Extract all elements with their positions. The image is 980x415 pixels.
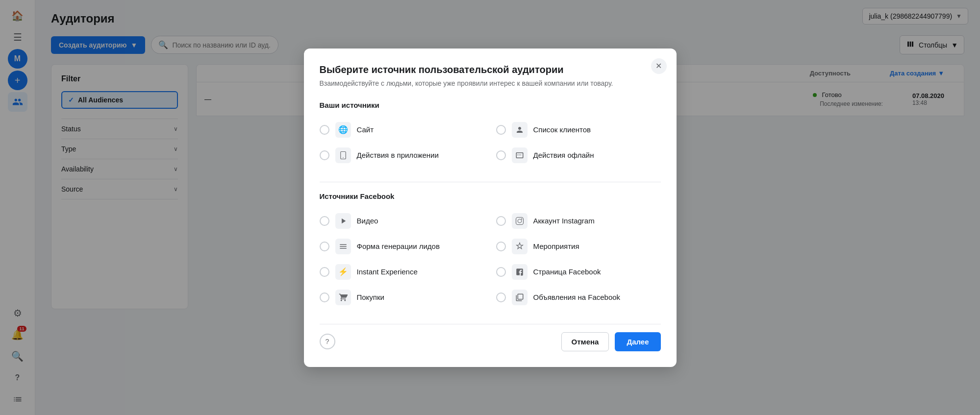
radio-video[interactable] (320, 216, 329, 226)
modal: ✕ Выберите источник пользовательской ауд… (304, 49, 677, 367)
svg-point-1 (343, 157, 344, 158)
option-ads[interactable]: Объявления на Facebook (496, 285, 661, 310)
cancel-button[interactable]: Отмена (561, 332, 609, 351)
radio-facebook-page[interactable] (496, 267, 506, 277)
radio-instagram[interactable] (496, 216, 506, 226)
radio-instant[interactable] (320, 267, 329, 277)
option-instant[interactable]: ⚡ Instant Experience (320, 259, 484, 285)
facebook-sources-label: Источники Facebook (320, 192, 661, 200)
events-label: Мероприятия (533, 242, 579, 250)
ads-label: Объявления на Facebook (533, 293, 621, 301)
video-icon (335, 213, 351, 229)
modal-close-button[interactable]: ✕ (651, 58, 667, 74)
radio-events[interactable] (496, 242, 506, 251)
instagram-icon (512, 213, 528, 229)
option-facebook-page[interactable]: Страница Facebook (496, 259, 661, 285)
radio-lead[interactable] (320, 242, 329, 251)
option-shop[interactable]: Покупки (320, 285, 484, 310)
lead-icon (335, 239, 351, 254)
radio-shop[interactable] (320, 293, 329, 302)
video-label: Видео (357, 217, 378, 225)
option-lead[interactable]: Форма генерации лидов (320, 234, 484, 259)
facebook-page-icon (512, 264, 528, 280)
svg-rect-2 (516, 217, 523, 224)
instagram-label: Аккаунт Instagram (533, 217, 595, 225)
help-icon-button[interactable]: ? (320, 334, 335, 349)
footer-buttons: Отмена Далее (561, 332, 661, 351)
radio-app[interactable] (320, 150, 329, 160)
your-sources-label: Ваши источники (320, 101, 661, 109)
radio-ads[interactable] (496, 293, 506, 302)
your-sources-grid: 🌐 Сайт Список клиентов Действия в прилож… (320, 117, 661, 168)
svg-point-3 (518, 219, 522, 223)
option-instagram[interactable]: Аккаунт Instagram (496, 208, 661, 234)
events-icon (512, 239, 528, 254)
clients-label: Список клиентов (533, 125, 591, 134)
radio-offline[interactable] (496, 150, 506, 160)
next-button[interactable]: Далее (615, 332, 660, 351)
instant-label: Instant Experience (357, 268, 418, 276)
ads-icon (512, 290, 528, 305)
facebook-sources-grid: Видео Аккаунт Instagram Форма генерации … (320, 208, 661, 310)
clients-icon (512, 122, 528, 138)
instant-icon: ⚡ (335, 264, 351, 280)
offline-icon (512, 147, 528, 163)
radio-site[interactable] (320, 125, 329, 135)
option-app[interactable]: Действия в приложении (320, 143, 484, 168)
option-events[interactable]: Мероприятия (496, 234, 661, 259)
option-site[interactable]: 🌐 Сайт (320, 117, 484, 143)
modal-subtitle: Взаимодействуйте с людьми, которые уже п… (320, 79, 661, 87)
svg-point-4 (521, 218, 522, 219)
offline-label: Действия офлайн (533, 151, 594, 159)
radio-clients[interactable] (496, 125, 506, 135)
option-clients[interactable]: Список клиентов (496, 117, 661, 143)
divider (320, 182, 661, 182)
app-label: Действия в приложении (357, 151, 439, 159)
lead-label: Форма генерации лидов (357, 242, 440, 250)
site-icon: 🌐 (335, 122, 351, 138)
option-offline[interactable]: Действия офлайн (496, 143, 661, 168)
modal-title: Выберите источник пользовательской аудит… (320, 64, 661, 75)
facebook-page-label: Страница Facebook (533, 268, 601, 276)
modal-footer: ? Отмена Далее (320, 324, 661, 351)
shop-icon (335, 290, 351, 305)
app-icon (335, 147, 351, 163)
shop-label: Покупки (357, 293, 384, 301)
modal-overlay: ✕ Выберите источник пользовательской ауд… (0, 0, 980, 415)
site-label: Сайт (357, 125, 374, 134)
option-video[interactable]: Видео (320, 208, 484, 234)
